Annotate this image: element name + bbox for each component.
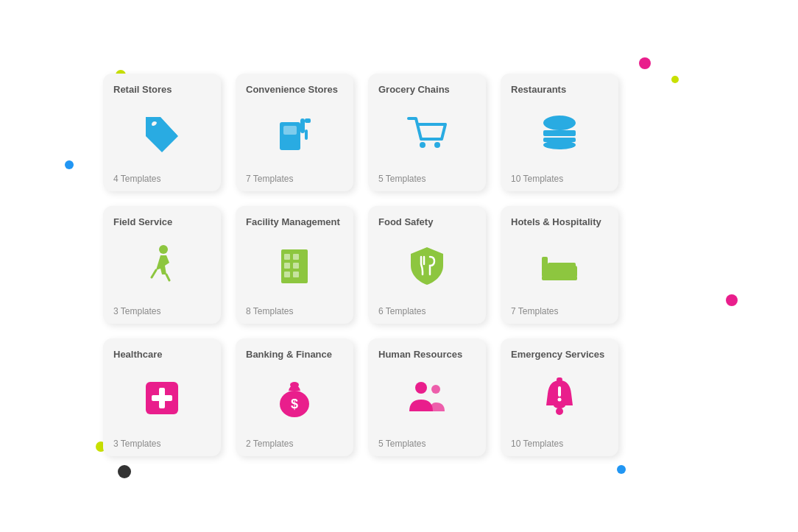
card-title: Hotels & Hospitality xyxy=(511,216,601,228)
card-convenience-stores[interactable]: Convenience Stores7 Templates xyxy=(236,74,353,191)
card-facility-management[interactable]: Facility Management8 Templates xyxy=(236,206,353,324)
card-title: Healthcare xyxy=(113,349,162,361)
card-count: 10 Templates xyxy=(511,439,563,449)
bell-alert-icon xyxy=(511,361,608,436)
decorative-dot xyxy=(726,294,738,306)
card-healthcare[interactable]: Healthcare3 Templates xyxy=(103,338,221,456)
card-count: 4 Templates xyxy=(113,174,160,184)
decorative-dot xyxy=(671,76,679,83)
card-title: Food Safety xyxy=(378,216,433,228)
walking-icon xyxy=(113,228,211,303)
card-count: 3 Templates xyxy=(113,306,160,316)
card-title: Grocery Chains xyxy=(378,84,450,96)
card-title: Banking & Finance xyxy=(246,349,332,361)
card-count: 7 Templates xyxy=(511,306,558,316)
card-hotels-hospitality[interactable]: Hotels & Hospitality7 Templates xyxy=(501,206,618,324)
card-title: Restaurants xyxy=(511,84,566,96)
decorative-dot xyxy=(118,465,131,478)
tag-icon xyxy=(113,96,211,171)
card-title: Retail Stores xyxy=(113,84,172,96)
card-count: 8 Templates xyxy=(246,306,293,316)
cart-icon xyxy=(378,96,476,171)
card-food-safety[interactable]: Food Safety6 Templates xyxy=(368,206,486,324)
card-count: 5 Templates xyxy=(378,439,426,449)
gas-pump-icon xyxy=(246,96,343,171)
card-title: Emergency Services xyxy=(511,349,604,361)
card-field-service[interactable]: Field Service3 Templates xyxy=(103,206,221,324)
card-title: Facility Management xyxy=(246,216,340,228)
card-banking-finance[interactable]: Banking & Finance2 Templates xyxy=(236,338,353,456)
card-count: 5 Templates xyxy=(378,174,426,184)
card-emergency-services[interactable]: Emergency Services10 Templates xyxy=(501,338,618,456)
card-retail-stores[interactable]: Retail Stores4 Templates xyxy=(103,74,221,191)
decorative-dot xyxy=(639,57,651,69)
burger-icon xyxy=(511,96,608,171)
card-count: 2 Templates xyxy=(246,439,293,449)
card-count: 10 Templates xyxy=(511,174,563,184)
decorative-dot xyxy=(65,160,74,169)
plus-box-icon xyxy=(113,361,211,436)
card-grocery-chains[interactable]: Grocery Chains5 Templates xyxy=(368,74,486,191)
card-title: Convenience Stores xyxy=(246,84,338,96)
card-human-resources[interactable]: Human Resources5 Templates xyxy=(368,338,486,456)
decorative-dot xyxy=(617,465,626,474)
shield-fork-icon xyxy=(378,228,476,303)
bed-icon xyxy=(511,228,608,303)
card-restaurants[interactable]: Restaurants10 Templates xyxy=(501,74,618,191)
category-grid: Retail Stores4 TemplatesConvenience Stor… xyxy=(103,74,618,456)
card-count: 3 Templates xyxy=(113,439,160,449)
money-bag-icon xyxy=(246,361,343,436)
card-title: Human Resources xyxy=(378,349,462,361)
people-icon xyxy=(378,361,476,436)
card-count: 6 Templates xyxy=(378,306,426,316)
card-title: Field Service xyxy=(113,216,172,228)
building-icon xyxy=(246,228,343,303)
card-count: 7 Templates xyxy=(246,174,293,184)
